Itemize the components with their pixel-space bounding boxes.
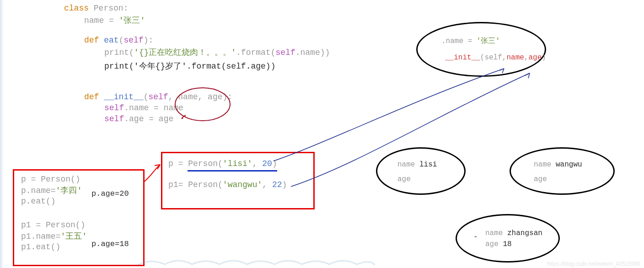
watermark: https://blog.csdn.net/weixin_43515990 — [547, 261, 640, 267]
kw-class: class — [64, 4, 94, 13]
bubble-instance-wangwu: name wangwu age — [510, 147, 615, 195]
decoration-cloud — [137, 256, 375, 268]
note-age-20: p.age=20 — [91, 189, 129, 198]
redbox-new-content: p = Person('lisi', 20) p1= Person('wangw… — [168, 159, 287, 189]
bubble-instance-lisi: name lisi age — [376, 147, 466, 195]
note-age-18: p.age=18 — [91, 240, 129, 248]
code-line-print-age: print('今年{}岁了'.format(self.age)) — [104, 60, 330, 71]
param-age: age — [208, 92, 222, 102]
left-scroll-edge — [0, 0, 4, 268]
bubble-class-template: .name = '张三' __init__(self,name,age) — [416, 22, 546, 77]
fn-eat: eat — [104, 36, 118, 45]
default-name: '张三' — [119, 16, 145, 25]
code-block: class Person: name = '张三' def eat(self):… — [64, 4, 330, 123]
fn-init: __init__ — [104, 92, 143, 102]
cls-person: Person — [94, 4, 123, 13]
param-name: name — [178, 92, 198, 102]
redbox-old-content: p = Person() p.name='李四' p.eat() p1 = Pe… — [21, 175, 87, 252]
bubble-instance-zhangsan: - name zhangsan age 18 — [456, 214, 560, 263]
kw-def: def — [84, 36, 104, 45]
underline-p-call — [188, 170, 277, 172]
